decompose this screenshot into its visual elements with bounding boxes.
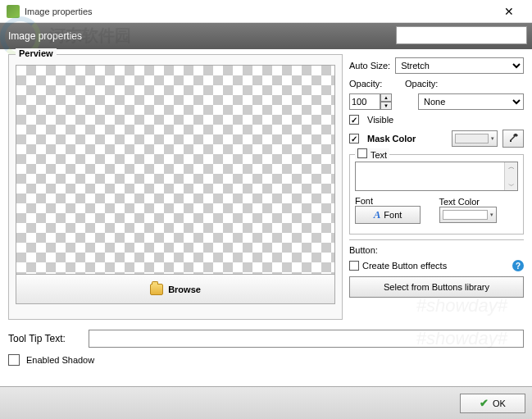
font-button-label: Font xyxy=(384,210,402,220)
preview-legend: Perview xyxy=(16,48,57,58)
tooltip-input[interactable] xyxy=(89,330,524,348)
shadow-checkbox[interactable] xyxy=(8,354,20,366)
browse-label: Browse xyxy=(168,285,201,294)
spin-up-icon[interactable]: ▲ xyxy=(380,93,392,102)
close-button[interactable]: ✕ xyxy=(493,3,525,20)
maskcolor-checkbox[interactable] xyxy=(349,134,359,143)
textcolor-label: Text Color xyxy=(439,197,519,207)
opacity2-label: Opacity: xyxy=(405,79,524,89)
check-icon: ✔ xyxy=(480,397,489,409)
tooltip-label: Tool Tip Text: xyxy=(8,333,82,344)
eyedropper-icon xyxy=(507,133,519,144)
text-textarea[interactable]: ︿﹀ xyxy=(355,162,518,191)
opacity-spinner[interactable]: ▲▼ xyxy=(349,93,393,110)
browse-button[interactable]: Browse xyxy=(16,275,335,304)
text-group: Text ︿﹀ Font A Font Text Color xyxy=(349,154,524,235)
ok-button[interactable]: ✔ OK xyxy=(460,394,525,413)
properties-column: Auto Size: Stretch Opacity: Opacity: ▲▼ … xyxy=(349,54,524,320)
header-search-input[interactable] xyxy=(396,26,527,44)
maskcolor-picker[interactable]: ▾ xyxy=(452,130,498,147)
text-checkbox[interactable] xyxy=(357,148,367,158)
text-scrollbar[interactable]: ︿﹀ xyxy=(504,162,517,190)
visible-label: Visible xyxy=(367,115,393,125)
window-title: Image properties xyxy=(25,7,493,16)
subheader: Image properties xyxy=(0,23,532,49)
app-icon xyxy=(7,5,20,18)
opacity-input[interactable] xyxy=(349,93,380,110)
autosize-select[interactable]: Stretch xyxy=(395,57,524,74)
main-panel: Perview Browse Auto Size: Stretch Opacit… xyxy=(0,49,532,367)
divider xyxy=(349,239,524,240)
create-effects-label: Create Button effects xyxy=(362,261,447,271)
preview-canvas xyxy=(16,65,335,275)
visible-checkbox[interactable] xyxy=(349,115,359,125)
help-icon[interactable]: ? xyxy=(512,260,524,271)
create-effects-checkbox[interactable] xyxy=(349,261,359,271)
preview-group: Perview Browse xyxy=(8,54,343,320)
text-group-label: Text xyxy=(371,150,387,160)
buttons-library-button[interactable]: Select from Buttons library xyxy=(349,276,524,298)
textcolor-picker[interactable]: ▾ xyxy=(439,207,497,223)
spin-down-icon[interactable]: ▼ xyxy=(380,102,392,110)
eyedropper-button[interactable] xyxy=(502,130,524,148)
shadow-label: Enabled Shadow xyxy=(26,355,94,365)
font-button[interactable]: A Font xyxy=(355,206,421,224)
autosize-label: Auto Size: xyxy=(349,61,390,71)
font-label: Font xyxy=(355,196,434,206)
opacity1-label: Opacity: xyxy=(349,79,400,89)
button-group-label: Button: xyxy=(349,245,378,255)
subheader-title: Image properties xyxy=(8,30,82,42)
ok-label: OK xyxy=(493,399,506,408)
titlebar: Image properties ✕ xyxy=(0,0,532,23)
buttons-library-label: Select from Buttons library xyxy=(384,282,489,292)
opacity-mode-select[interactable]: None xyxy=(418,93,524,110)
maskcolor-label: Mask Color xyxy=(367,134,447,143)
font-icon: A xyxy=(374,208,381,221)
folder-icon xyxy=(150,284,163,295)
footer: ✔ OK xyxy=(0,386,532,419)
